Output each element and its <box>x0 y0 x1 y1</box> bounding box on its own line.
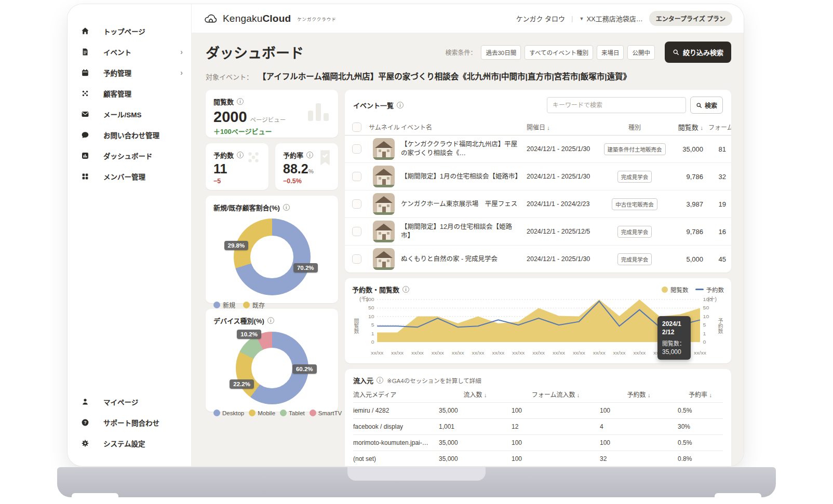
chat-bubble-icon <box>81 131 89 139</box>
tables-column: イベント一覧 検索 サムネイル イベント名 <box>345 90 731 466</box>
sort-down-icon: ↓ <box>547 125 550 131</box>
sidebar: トップページ イベント › 予約管理 › 顧客管理 メール/SMS <box>68 4 191 466</box>
laptop-foot <box>72 493 118 498</box>
filter-chip-period[interactable]: 過去30日間 <box>481 45 521 60</box>
svg-text:xx/xx: xx/xx <box>573 350 585 355</box>
reservations-delta: −5 <box>213 178 261 185</box>
dashboard-content: ダッシュボード 検索条件： 過去30日間 すべてのイベント種別 来場日 公開中 … <box>192 33 744 466</box>
source-forms: 100 <box>512 407 600 414</box>
combo-chart-legend: 閲覧数 予約数 <box>662 285 724 294</box>
donut-label-mobile: 22.2% <box>230 379 254 389</box>
sidebar-item-settings[interactable]: システム設定 <box>68 433 191 454</box>
filter-chip-visit-date[interactable]: 来場日 <box>597 45 624 60</box>
event-list-title: イベント一覧 <box>353 100 394 110</box>
customers-icon <box>81 89 89 98</box>
event-name[interactable]: ケンガクホーム東京展示場 平屋フェス <box>401 200 527 209</box>
select-all-checkbox[interactable] <box>352 122 361 132</box>
sidebar-item-my-page[interactable]: マイページ <box>68 391 191 412</box>
source-rate: 0.5% <box>678 439 723 446</box>
source-row: facebook / display 1,001 12 4 30% <box>353 418 723 434</box>
row-checkbox[interactable] <box>352 227 361 236</box>
mail-icon <box>81 110 89 118</box>
event-thumbnail <box>373 166 395 187</box>
svg-text:xx/xx: xx/xx <box>411 350 424 355</box>
sidebar-item-reservations[interactable]: 予約管理 › <box>68 62 191 83</box>
svg-text:0: 0 <box>703 339 706 344</box>
info-icon[interactable] <box>237 152 244 158</box>
legend-dot-mobile <box>249 410 256 416</box>
sidebar-item-top-page[interactable]: トップページ <box>68 21 191 42</box>
svg-text:xx/xx: xx/xx <box>452 350 464 355</box>
event-name[interactable]: 【期間限定】1月の住宅相談会【姫路市】 <box>401 172 527 181</box>
event-name[interactable]: 【ケンガククラウド福岡北九州店】平屋の家づくり相談会《… <box>401 140 527 158</box>
sort-down-icon: ↓ <box>701 125 704 131</box>
col-form-sessions[interactable]: フォーム流入数 ↓ <box>512 390 600 399</box>
event-thumbnail <box>373 193 395 215</box>
row-checkbox[interactable] <box>352 199 361 209</box>
sort-down-icon: ↓ <box>648 392 651 398</box>
source-row: (not set) 35,000 100 32 0.8% <box>353 451 723 466</box>
store-selector[interactable]: ▼ XX工務店池袋店… <box>579 13 642 23</box>
keyword-search-input[interactable] <box>547 97 686 113</box>
sidebar-footer: マイページ ? サポート問合わせ システム設定 <box>68 391 191 454</box>
legend-dot-new <box>213 302 220 308</box>
target-event-value: 【アイフルホーム福岡北九州店】平屋の家づくり相談会《北九州市|中間市|直方市|宮… <box>258 70 631 81</box>
col-date[interactable]: 開催日 ↓ <box>527 122 600 131</box>
bookmark-watermark-icon <box>318 149 332 166</box>
row-checkbox[interactable] <box>352 172 361 181</box>
chevron-right-icon: › <box>180 69 183 77</box>
sidebar-item-events[interactable]: イベント › <box>68 42 191 62</box>
event-type-badge: 中古住宅販売会 <box>612 198 657 210</box>
device-type-donut: 10.2% 22.2% 60.2% <box>236 332 308 404</box>
col-event-name: イベント名 <box>401 122 527 131</box>
source-sessions: 35,000 <box>439 439 512 446</box>
legend-label: 閲覧数 <box>670 285 689 294</box>
event-name[interactable]: ぬくもりと自然の家 - 完成見学会 <box>401 255 527 264</box>
svg-text:xx/xx: xx/xx <box>633 350 646 355</box>
bar-chart-watermark-icon <box>308 103 329 121</box>
row-checkbox[interactable] <box>352 254 361 264</box>
sidebar-item-label: トップページ <box>103 26 145 36</box>
filter-chip-event-type[interactable]: すべてのイベント種別 <box>525 45 593 60</box>
info-icon[interactable] <box>267 317 274 324</box>
info-icon[interactable] <box>237 98 244 105</box>
sidebar-item-label: システム設定 <box>103 438 145 448</box>
legend-dot-tablet <box>280 410 287 416</box>
sidebar-item-members[interactable]: メンバー管理 <box>68 166 191 187</box>
event-search-button[interactable]: 検索 <box>690 97 723 114</box>
target-event-row: 対象イベント： 【アイフルホーム福岡北九州店】平屋の家づくり相談会《北九州市|中… <box>206 70 731 81</box>
user-name: ケンガク タロウ <box>516 13 565 23</box>
event-type-badge: 完成見学会 <box>617 171 652 183</box>
info-icon[interactable] <box>402 286 409 293</box>
col-reservations[interactable]: 予約数 ↓ <box>600 390 678 399</box>
cloud-home-icon <box>203 12 219 25</box>
info-icon[interactable] <box>377 377 383 384</box>
filter-chip-public[interactable]: 公開中 <box>627 45 655 60</box>
right-axis-label: 予約数 <box>716 308 724 344</box>
sidebar-item-dashboard[interactable]: ダッシュボード <box>68 145 191 166</box>
svg-text:xx/xx: xx/xx <box>472 350 485 355</box>
svg-text:xx/xx: xx/xx <box>593 350 606 355</box>
col-views[interactable]: 閲覧数 ↓ <box>669 122 708 132</box>
sort-down-icon: ↓ <box>709 392 712 398</box>
sidebar-item-inquiries[interactable]: お問い合わせ管理 <box>68 125 191 145</box>
event-views: 9,786 <box>669 173 708 181</box>
col-rate[interactable]: 予約率 ↓ <box>678 390 723 399</box>
legend-dot-desktop <box>213 410 220 416</box>
home-icon <box>81 27 89 35</box>
info-icon[interactable] <box>283 204 290 211</box>
refine-search-button[interactable]: 絞り込み検索 <box>665 42 731 63</box>
sidebar-item-support[interactable]: ? サポート問合わせ <box>68 412 191 433</box>
row-checkbox[interactable] <box>352 144 361 154</box>
info-icon[interactable] <box>306 152 313 158</box>
col-sessions[interactable]: 流入数 ↓ <box>439 390 512 399</box>
sidebar-item-customers[interactable]: 顧客管理 <box>68 83 191 104</box>
views-stat-card: 閲覧数 2000 ページビュー ＋100ページビュー <box>206 90 338 138</box>
sources-note: ※GA4のセッションを計算して詳細 <box>387 376 481 385</box>
views-value: 2000 <box>213 108 247 126</box>
sidebar-item-mail-sms[interactable]: メール/SMS <box>68 104 191 125</box>
info-icon[interactable] <box>397 102 404 108</box>
event-views: 3,987 <box>669 200 708 208</box>
event-name[interactable]: 【期間限定】12月の住宅相談会【姫路市】 <box>401 223 527 240</box>
sources-table-header: 流入元メディア 流入数 ↓ フォーム流入数 ↓ 予約数 ↓ 予約率 ↓ <box>353 385 723 402</box>
